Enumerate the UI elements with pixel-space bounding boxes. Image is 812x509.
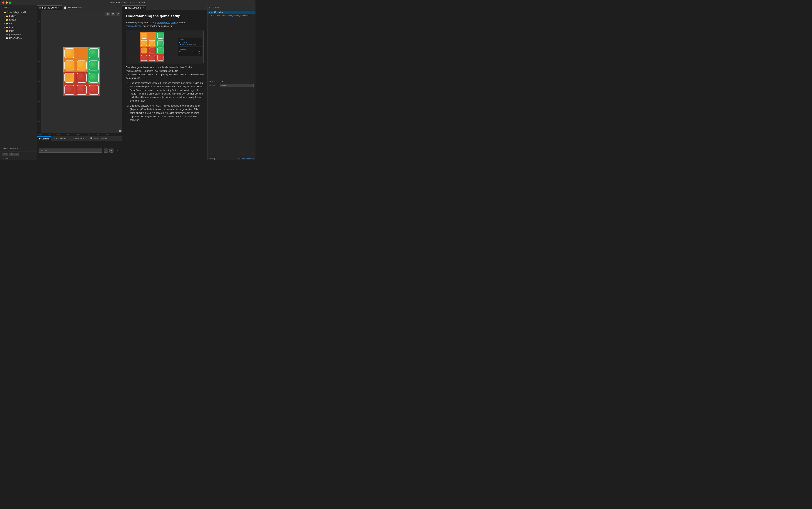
chevron-right-icon: ▶	[211, 14, 212, 16]
tile-2-0	[63, 72, 75, 84]
diff-button[interactable]: Diff	[2, 152, 8, 156]
tree-label-game-project: game.project	[9, 33, 22, 36]
status-bar: Ready	[0, 157, 37, 160]
console-tab-build-errors[interactable]: ⚠ Build Errors	[70, 136, 88, 141]
mini-outline-box: Outline ▼ 🗂 Collection ▶ level - /main/l…	[178, 38, 202, 46]
horizontal-ruler: -100 0 100 200 300 400 500 600	[37, 133, 122, 136]
file-tab-icon: 📄	[64, 6, 67, 9]
tab-close-readme[interactable]: ✕	[82, 7, 84, 9]
outline-label-collection: Collection	[214, 11, 224, 13]
tile-3-1	[75, 84, 88, 96]
tile-inner-0-2	[89, 48, 99, 58]
outline-item-level[interactable]: ▶ 🗂 level - /main/level_2/level_2.collec…	[208, 14, 255, 17]
mini-tile-grid	[140, 32, 164, 62]
update-available-label[interactable]: Update Available	[239, 158, 254, 160]
property-name-input[interactable]	[220, 84, 254, 87]
tree-item-assets[interactable]: ▶ 📁 assets	[0, 18, 37, 22]
tree-item-doc[interactable]: ▶ 📁 doc	[0, 22, 37, 25]
mini-tile-1-1	[148, 39, 156, 47]
tile-inner-1-2	[89, 61, 99, 70]
mini-tile-1-2	[156, 39, 164, 47]
maximize-button[interactable]	[9, 1, 11, 4]
outline-panel: Outline ▼ 🗂 Collection ▶ 🗂 level - /main…	[207, 5, 255, 160]
outline-item-collection[interactable]: ▼ 🗂 Collection	[208, 10, 255, 14]
mini-tile-3-2	[156, 54, 164, 62]
ruler-v--100: -100	[37, 61, 40, 62]
tab-readme-file[interactable]: 📄 README.md ✕	[122, 5, 146, 10]
readme-link-collection[interactable]: "main.collection"	[126, 25, 143, 27]
readme-link-run[interactable]: try running the game	[155, 21, 176, 24]
ruler-h-600: 600	[106, 134, 109, 135]
ruler-v--400: -400	[37, 121, 40, 122]
tree-label-assets: assets	[9, 19, 16, 21]
mini-outline-panel: Outline ▼ 🗂 Collection ▶ level - /main/l…	[178, 38, 202, 56]
tree-item-main[interactable]: ▶ 📁 main	[0, 29, 37, 33]
window-controls[interactable]	[2, 1, 11, 4]
tile-1-1	[75, 59, 88, 72]
tree-label-main: main	[9, 30, 14, 32]
readme-paragraph-2: The whole game is contained in a subcoll…	[126, 66, 204, 80]
console-search-input[interactable]	[39, 148, 102, 152]
folder-icon: 📁	[5, 26, 8, 29]
game-viewport	[41, 10, 122, 133]
clear-button[interactable]: Clear	[115, 149, 120, 152]
readme-content: Understanding the game setup Before begi…	[122, 10, 207, 160]
tile-1-2	[88, 59, 100, 72]
properties-panel: Properties Name	[208, 79, 255, 89]
zoom-reset-button[interactable]: ↺	[111, 12, 115, 16]
ruler-h--100: -100	[38, 134, 41, 135]
canvas-area[interactable]: ⊕ ↺ ⤢ 100 0 -100 -200 -300 -400	[37, 10, 122, 136]
canvas-scrollbar[interactable]	[119, 130, 121, 132]
tile-0-0	[63, 47, 75, 59]
tree-item-root[interactable]: ▼ 📁 Colorslide_tutorial2	[0, 10, 37, 14]
sidebar: Assets ▼ 📁 Colorslide_tutorial2 ▶ 📁 buil…	[0, 5, 37, 160]
readme-p1-before: Before beginning the tutorial,	[126, 21, 155, 24]
mini-tile-2-2	[156, 47, 164, 54]
collection-ref-icon: 🗂	[213, 14, 215, 17]
readme-list-item-2: One game object with id "level". This on…	[130, 104, 204, 122]
properties-header: Properties	[209, 80, 254, 83]
folder-icon: 📁	[5, 14, 8, 18]
readme-panel: 📄 README.md ✕ Understanding the game set…	[122, 5, 207, 160]
console-tab-curve-editor[interactable]: 〜 Curve Editor	[51, 136, 70, 141]
tree-item-input[interactable]: ▶ 📁 input	[0, 25, 37, 29]
readme-tab-label: README.md	[128, 6, 141, 9]
revert-button[interactable]: Revert	[9, 152, 19, 156]
readme-tab-close[interactable]: ✕	[143, 7, 144, 9]
center-panel: 🗂 main.collection ✕ 📄 README.md ✕ ⊕ ↺ ⤢ …	[37, 5, 122, 160]
console-tab-console[interactable]: ▶ Console	[37, 136, 51, 141]
folder-icon: 📁	[5, 22, 8, 25]
readme-paragraph-1: Before beginning the tutorial, try runni…	[126, 21, 204, 28]
ruler-h-500: 500	[97, 134, 99, 135]
minimize-button[interactable]	[5, 1, 8, 4]
canvas-toolbar: ⊕ ↺ ⤢	[105, 12, 120, 16]
mini-outline-collection: ▼ 🗂 Collection	[179, 41, 201, 43]
ready-label: Ready	[209, 158, 215, 160]
tab-readme[interactable]: 📄 README.md ✕	[62, 5, 86, 10]
assets-header: Assets	[0, 5, 37, 10]
mini-tile-3-0	[140, 54, 148, 62]
readme-tab-bar: 📄 README.md ✕	[122, 5, 207, 10]
console-tab-search-results[interactable]: 🔍 Search Results	[88, 136, 110, 141]
console-next-button[interactable]: ›	[110, 148, 114, 152]
fullscreen-button[interactable]: ⤢	[116, 12, 120, 16]
console-area: ▶ Console 〜 Curve Editor ⚠ Build Errors …	[37, 136, 122, 160]
zoom-fit-button[interactable]: ⊕	[105, 12, 110, 16]
chevron-right-icon: ▶	[3, 30, 5, 32]
readme-p1-after: to see how the game is set up.	[143, 25, 173, 27]
file-tree: ▼ 📁 Colorslide_tutorial2 ▶ 📁 builtins ▶ …	[0, 10, 37, 146]
mini-properties-box: Properties Path /main/level_2... Id tile…	[178, 47, 202, 56]
tree-item-builtins[interactable]: ▶ 📁 builtins	[0, 14, 37, 18]
tree-item-readme[interactable]: 📄 README.md	[0, 36, 37, 40]
close-button[interactable]	[2, 1, 4, 4]
tree-item-game-project[interactable]: ⚙ game.project	[0, 33, 37, 36]
tile-0-1-empty	[75, 47, 88, 59]
file-icon: 📄	[5, 37, 8, 40]
tree-label-doc: doc	[9, 22, 13, 25]
console-prev-button[interactable]: ‹	[104, 148, 108, 152]
tab-main-collection[interactable]: 🗂 main.collection ✕	[37, 5, 62, 10]
readme-list-item-1: One game object with id "board". This on…	[130, 81, 204, 103]
tab-close-main-collection[interactable]: ✕	[58, 7, 59, 9]
folder-icon: 📁	[3, 11, 6, 14]
chevron-right-icon: ▶	[3, 15, 5, 17]
